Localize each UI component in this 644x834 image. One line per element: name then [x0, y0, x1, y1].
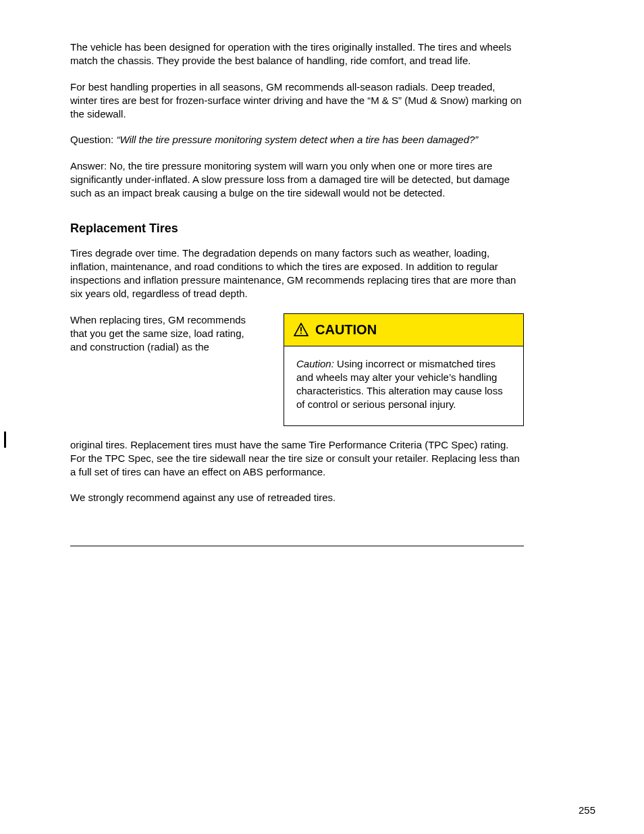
paragraph-left: When replacing tires, GM recommends that… — [70, 313, 263, 355]
qa-answer: Answer: No, the tire pressure monitoring… — [70, 159, 524, 201]
paragraph: Tires degrade over time. The degradation… — [70, 246, 524, 301]
warning-triangle-icon — [294, 323, 308, 336]
answer-text: No, the tire pressure monitoring system … — [70, 160, 510, 199]
caution-box: CAUTION Caution: Using incorrect or mism… — [284, 313, 524, 426]
caution-header: CAUTION — [284, 314, 523, 346]
svg-rect-0 — [300, 327, 302, 331]
answer-label: Answer: — [70, 160, 107, 172]
caution-body: Caution: Using incorrect or mismatched t… — [284, 346, 523, 425]
page-number: 255 — [579, 804, 595, 817]
qa-question: Question: “Will the tire pressure monito… — [70, 133, 524, 147]
svg-rect-1 — [300, 333, 302, 334]
paragraph: We strongly recommend against any use of… — [70, 491, 524, 504]
page-content: The vehicle has been designed for operat… — [70, 41, 524, 546]
paragraph: For best handling properties in all seas… — [70, 80, 524, 122]
caution-body-lead: Caution: — [296, 358, 334, 369]
footer-rule — [70, 546, 524, 546]
question-label: Question: — [70, 134, 113, 145]
paragraph-with-caution: When replacing tires, GM recommends that… — [70, 313, 524, 426]
caution-label: CAUTION — [315, 321, 377, 339]
section-heading: Replacement Tires — [70, 220, 524, 236]
question-text: “Will the tire pressure monitoring syste… — [116, 134, 478, 145]
paragraph: The vehicle has been designed for operat… — [70, 41, 524, 68]
revision-bar — [4, 432, 6, 448]
paragraph: original tires. Replacement tires must h… — [70, 438, 524, 479]
